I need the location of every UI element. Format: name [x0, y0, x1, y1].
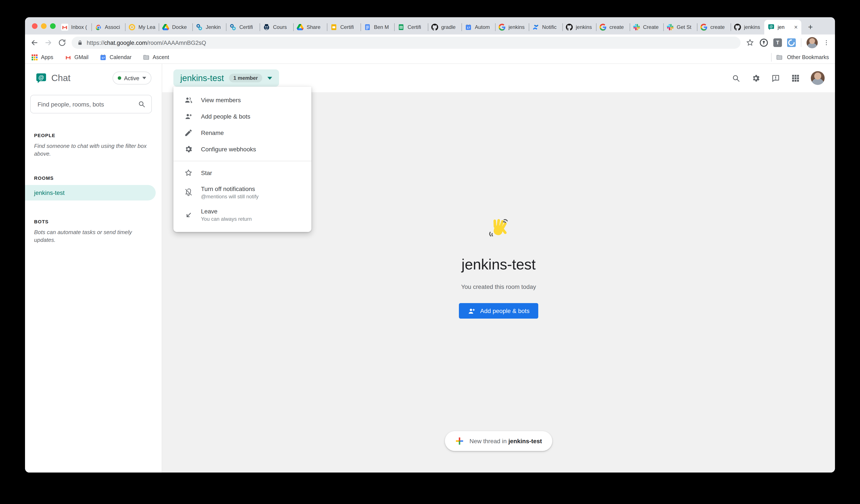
- browser-tab-2[interactable]: Associ: [91, 20, 125, 34]
- svg-text:@: @: [38, 74, 44, 81]
- browser-tab-1[interactable]: Inbox (: [58, 20, 91, 34]
- new-thread-label: New thread in jenkins-test: [470, 437, 542, 445]
- address-bar[interactable]: https://chat.google.com/room/AAAAmnBG2sQ: [72, 37, 741, 49]
- member-count-badge: 1 member: [229, 74, 262, 82]
- add-people-bots-button[interactable]: Add people & bots: [459, 303, 538, 319]
- browser-tab-21[interactable]: jenkins: [731, 20, 764, 34]
- google-plus-icon: [455, 437, 464, 445]
- tab-title: Certifi: [239, 24, 256, 30]
- sidebar-search: [30, 95, 152, 113]
- header-action-icons: [731, 71, 825, 85]
- menu-item-view-members[interactable]: View members: [173, 92, 311, 108]
- browser-tab-18[interactable]: Create: [630, 20, 663, 34]
- browser-tab-5[interactable]: Jenkin: [192, 20, 226, 34]
- text-ext-icon[interactable]: T: [773, 38, 782, 47]
- calendar-icon: 17: [465, 24, 472, 31]
- room-welcome: jenkins-test You created this room today…: [162, 217, 835, 319]
- browser-tab-14[interactable]: jenkins: [495, 20, 529, 34]
- bookmark-star-icon[interactable]: [746, 38, 754, 47]
- sidebar-item-jenkins-test[interactable]: jenkins-test: [25, 185, 156, 201]
- forward-icon[interactable]: [44, 38, 53, 47]
- browser-tab-16[interactable]: jenkins: [562, 20, 596, 34]
- svg-text:17: 17: [467, 26, 470, 29]
- browser-tab-20[interactable]: create: [697, 20, 731, 34]
- pencil-icon: [184, 129, 193, 137]
- bookmark-gmail[interactable]: GMail: [64, 54, 88, 61]
- browser-tab-10[interactable]: Ben M: [361, 20, 394, 34]
- tab-title: jenkins: [508, 24, 525, 30]
- room-created-note: You created this room today: [162, 283, 835, 290]
- tab-title: Notific: [542, 24, 559, 30]
- user-avatar[interactable]: [811, 71, 825, 85]
- browser-tab-15[interactable]: Notific: [529, 20, 562, 34]
- swirl-ext-icon[interactable]: [787, 38, 796, 47]
- tab-close-icon[interactable]: ✕: [794, 24, 798, 30]
- window-controls: [32, 23, 56, 29]
- reload-icon[interactable]: [58, 38, 67, 47]
- tab-title: Cours: [273, 24, 290, 30]
- browser-tab-4[interactable]: Docke: [159, 20, 192, 34]
- browser-profile-avatar[interactable]: [806, 37, 818, 48]
- zoom-window-button[interactable]: [50, 23, 56, 29]
- gmail-icon: [61, 24, 68, 31]
- slack-icon: [633, 24, 640, 31]
- menu-item-configure-webhooks[interactable]: Configure webhooks: [173, 141, 311, 157]
- people-icon: [184, 96, 193, 104]
- tab-title: Inbox (: [71, 24, 88, 30]
- people-empty-hint: Find someone to chat with using the filt…: [34, 142, 149, 157]
- waving-hand-icon: [487, 217, 510, 241]
- screen: Inbox (AssociMy LeaDockeJenkinCertifiCou…: [0, 0, 860, 504]
- browser-tab-9[interactable]: Certifi: [327, 20, 361, 34]
- browser-tab-22-active[interactable]: @jen✕: [764, 20, 801, 34]
- folder-icon: [776, 54, 783, 61]
- new-thread-button[interactable]: New thread in jenkins-test: [445, 431, 552, 451]
- docs-icon: [364, 24, 371, 31]
- browser-tab-11[interactable]: Certifi: [394, 20, 428, 34]
- bookmark-apps[interactable]: Apps: [31, 54, 53, 61]
- back-icon[interactable]: [30, 38, 39, 47]
- menu-item-rename[interactable]: Rename: [173, 125, 311, 141]
- menu-item-star[interactable]: Star: [173, 165, 311, 181]
- other-bookmarks-label[interactable]: Other Bookmarks: [787, 54, 829, 60]
- sheets-icon: [398, 24, 404, 31]
- chat-sidebar: @ Chat Active PEOPLE Find someone to cha…: [25, 64, 162, 473]
- browser-tab-13[interactable]: 17Autom: [461, 20, 495, 34]
- grid9-icon[interactable]: [791, 73, 800, 83]
- close-window-button[interactable]: [32, 23, 38, 29]
- menu-item-add-people-bots[interactable]: Add people & bots: [173, 108, 311, 125]
- menu-item-turn-off-notifications[interactable]: Turn off notifications@mentions will sti…: [173, 181, 311, 203]
- minimize-window-button[interactable]: [41, 23, 46, 29]
- github-icon: [566, 24, 573, 31]
- browser-tab-19[interactable]: Get St: [663, 20, 697, 34]
- browser-tab-17[interactable]: create: [596, 20, 630, 34]
- menu-item-label: View members: [201, 97, 241, 103]
- menu-item-leave[interactable]: LeaveYou can always return: [173, 203, 311, 226]
- browser-tabs: Inbox (AssociMy LeaDockeJenkinCertifiCou…: [58, 20, 801, 34]
- new-tab-button[interactable]: +: [805, 21, 816, 33]
- bookmark-calendar[interactable]: 17Calendar: [100, 54, 131, 61]
- search-input[interactable]: [30, 95, 152, 113]
- bookmark-ascent[interactable]: Ascent: [143, 54, 169, 61]
- google-chat-logo-icon: @: [35, 72, 47, 84]
- tab-title: Certifi: [340, 24, 357, 30]
- tab-title: Ben M: [374, 24, 391, 30]
- chevron-down-icon: [142, 77, 146, 79]
- app-title: Chat: [51, 73, 71, 83]
- tab-title: Docke: [172, 24, 189, 30]
- browser-tab-7[interactable]: Cours: [260, 20, 293, 34]
- room-menu-button[interactable]: jenkins-test 1 member: [173, 69, 279, 87]
- browser-tab-3[interactable]: My Lea: [125, 20, 159, 34]
- people-section-header: PEOPLE: [34, 133, 162, 138]
- star-outline-icon: [184, 169, 193, 177]
- onepassword-icon[interactable]: [760, 38, 768, 47]
- status-dot-icon: [117, 76, 121, 80]
- status-selector[interactable]: Active: [112, 72, 152, 85]
- calendar-icon: 17: [100, 54, 106, 61]
- gear-icon[interactable]: [751, 73, 760, 83]
- browser-tab-8[interactable]: Share: [293, 20, 327, 34]
- browser-tab-6[interactable]: Certifi: [226, 20, 260, 34]
- search-icon[interactable]: [731, 73, 741, 83]
- browser-tab-12[interactable]: gradle: [428, 20, 461, 34]
- chrome-menu-icon[interactable]: [823, 39, 830, 46]
- feedback-icon[interactable]: [771, 73, 780, 83]
